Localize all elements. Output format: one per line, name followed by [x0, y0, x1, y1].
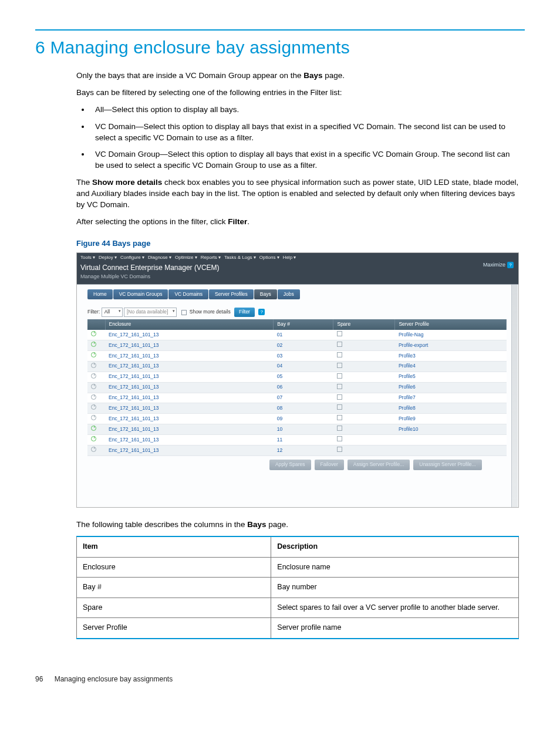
spare-checkbox[interactable]: [337, 342, 342, 347]
spare-cell: [333, 424, 395, 435]
tab-vc-domain-groups[interactable]: VC Domain Groups: [113, 289, 168, 300]
figure-title: Figure 44 Bays page: [76, 238, 519, 249]
page-footer: 96 Managing enclosure bay assignments: [35, 674, 525, 684]
enclosure-cell: Enc_172_161_101_13: [105, 424, 274, 435]
power-icon: [91, 352, 96, 357]
spare-cell: [333, 372, 395, 382]
menu-item[interactable]: Deploy ▾: [99, 255, 117, 260]
spare-checkbox[interactable]: [337, 331, 342, 336]
menu-item[interactable]: Tools ▾: [80, 255, 95, 260]
filter-label: Filter:: [87, 309, 100, 315]
power-icon: [91, 394, 96, 400]
profile-cell: Profile6: [395, 382, 507, 393]
enclosure-cell: Enc_172_161_101_13: [105, 351, 274, 362]
power-icon: [91, 404, 96, 410]
menu-bar: Tools ▾Deploy ▾Configure ▾Diagnose ▾Opti…: [77, 253, 518, 262]
show-more-checkbox[interactable]: [181, 310, 187, 315]
maximize-link[interactable]: Maximize?: [483, 261, 514, 269]
intro-p2: Bays can be filtered by selecting one of…: [76, 87, 519, 99]
bay-cell: 01: [274, 330, 333, 340]
spare-checkbox[interactable]: [337, 447, 342, 452]
spare-cell: [333, 330, 395, 340]
spare-checkbox[interactable]: [337, 404, 342, 410]
table-row[interactable]: Enc_172_161_101_1301Profile-Nag: [87, 330, 507, 340]
action-button[interactable]: Assign Server Profile...: [348, 460, 410, 470]
spare-cell: [333, 361, 395, 372]
profile-cell: Profile9: [395, 414, 507, 424]
tab-bays[interactable]: Bays: [254, 289, 277, 300]
table-row[interactable]: Enc_172_161_101_1309Profile9: [87, 414, 507, 424]
tab-server-profiles[interactable]: Server Profiles: [209, 289, 254, 300]
power-icon: [91, 426, 96, 431]
text: Only the bays that are inside a VC Domai…: [76, 71, 303, 80]
spare-checkbox[interactable]: [337, 415, 342, 420]
table-row[interactable]: Enc_172_161_101_1306Profile6: [87, 382, 507, 393]
table-row[interactable]: Enc_172_161_101_1305Profile5: [87, 372, 507, 382]
action-button[interactable]: Apply Spares: [269, 460, 311, 470]
app-subtitle: Manage Multiple VC Domains: [80, 273, 515, 281]
table-row[interactable]: Enc_172_161_101_1312: [87, 445, 507, 456]
menu-item[interactable]: Help ▾: [283, 255, 296, 260]
tab-home[interactable]: Home: [87, 289, 113, 300]
show-more-label: Show more details: [190, 309, 231, 315]
filter-select-scope[interactable]: All: [102, 308, 123, 317]
spare-checkbox[interactable]: [337, 436, 342, 441]
menu-item[interactable]: Tasks & Logs ▾: [224, 255, 256, 260]
content-canvas: HomeVC Domain GroupsVC DomainsServer Pro…: [77, 284, 518, 507]
help-icon[interactable]: ?: [507, 262, 514, 268]
table-row[interactable]: Enc_172_161_101_1308Profile8: [87, 403, 507, 414]
screenshot-bays-page: Tools ▾Deploy ▾Configure ▾Diagnose ▾Opti…: [76, 252, 519, 508]
item-cell: Server Profile: [77, 618, 271, 639]
menu-item[interactable]: Options ▾: [259, 255, 279, 260]
spare-cell: [333, 340, 395, 351]
profile-cell: Profile4: [395, 361, 507, 372]
text: page.: [266, 520, 288, 529]
desc-cell: Bay number: [271, 578, 519, 598]
table-row[interactable]: Enc_172_161_101_1302Profile-export: [87, 340, 507, 351]
enclosure-cell: Enc_172_161_101_13: [105, 403, 274, 414]
spare-cell: [333, 351, 395, 362]
enclosure-cell: Enc_172_161_101_13: [105, 330, 274, 340]
text-bold: Show more details: [92, 178, 162, 187]
column-header[interactable]: Enclosure: [105, 319, 274, 330]
spare-checkbox[interactable]: [337, 363, 342, 368]
column-header[interactable]: Server Profile: [395, 319, 507, 330]
help-icon[interactable]: ?: [258, 309, 265, 315]
spare-checkbox[interactable]: [337, 373, 342, 379]
spare-checkbox[interactable]: [337, 384, 342, 389]
spare-checkbox[interactable]: [337, 394, 342, 400]
menu-item[interactable]: Reports ▾: [201, 255, 221, 260]
power-cell: [87, 382, 105, 393]
spare-checkbox[interactable]: [337, 352, 342, 357]
bay-cell: 04: [274, 361, 333, 372]
table-row[interactable]: Enc_172_161_101_1307Profile7: [87, 393, 507, 403]
tab-jobs[interactable]: Jobs: [278, 289, 300, 300]
table-row[interactable]: Enc_172_161_101_1311: [87, 435, 507, 445]
menu-item[interactable]: Configure ▾: [120, 255, 144, 260]
profile-cell: Profile10: [395, 424, 507, 435]
column-header[interactable]: Spare: [333, 319, 395, 330]
profile-cell: [395, 435, 507, 445]
bay-cell: 03: [274, 351, 333, 362]
filter-button[interactable]: Filter: [234, 308, 255, 317]
profile-cell: Profile-export: [395, 340, 507, 351]
action-button[interactable]: Unassign Server Profile...: [413, 460, 481, 470]
table-row[interactable]: Enc_172_161_101_1303Profile3: [87, 351, 507, 362]
profile-cell: Profile3: [395, 351, 507, 362]
menu-item[interactable]: Optimize ▾: [175, 255, 197, 260]
item-cell: Spare: [77, 598, 271, 618]
enclosure-cell: Enc_172_161_101_13: [105, 414, 274, 424]
spare-checkbox[interactable]: [337, 426, 342, 431]
column-header[interactable]: Bay #: [274, 319, 333, 330]
table-row[interactable]: Enc_172_161_101_1304Profile4: [87, 361, 507, 372]
menu-item[interactable]: Diagnose ▾: [148, 255, 171, 260]
power-cell: [87, 351, 105, 362]
table-row[interactable]: Enc_172_161_101_1310Profile10: [87, 424, 507, 435]
action-button[interactable]: Failover: [315, 460, 344, 470]
tab-vc-domains[interactable]: VC Domains: [168, 289, 208, 300]
spare-cell: [333, 435, 395, 445]
bay-cell: 02: [274, 340, 333, 351]
column-header[interactable]: [87, 319, 105, 330]
text-bold: Filter: [228, 217, 247, 226]
filter-select-secondary[interactable]: [No data available]: [124, 308, 177, 317]
